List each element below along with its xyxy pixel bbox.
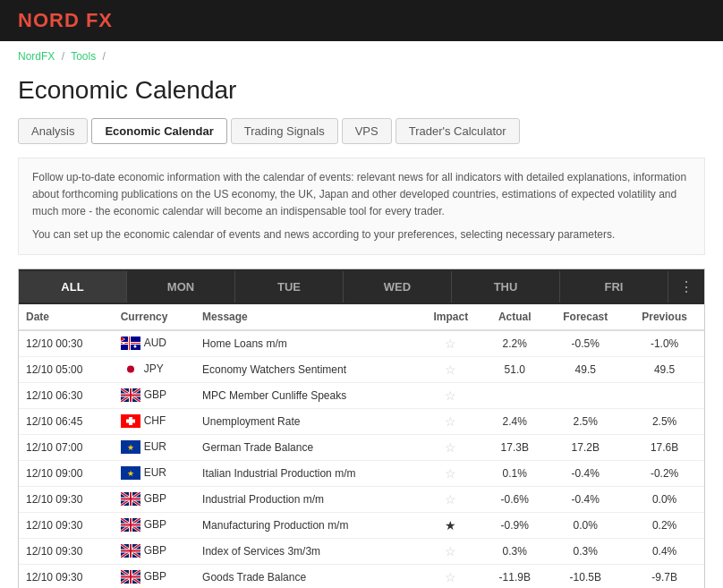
nav-tabs: Analysis Economic Calendar Trading Signa… <box>0 118 723 158</box>
cell-message: Home Loans m/m <box>195 330 418 357</box>
svg-rect-44 <box>130 518 132 532</box>
cell-message: Goods Trade Balance <box>195 564 418 588</box>
cell-previous: 2.5% <box>625 408 704 434</box>
cell-currency: GBP <box>114 538 195 564</box>
breadcrumb-tools[interactable]: Tools <box>71 50 96 63</box>
col-header-date: Date <box>19 304 114 330</box>
table-row: 12/10 06:45 CHF Unemployment Rate ☆ 2.4%… <box>19 408 704 434</box>
day-tab-all[interactable]: ALL <box>19 271 127 303</box>
day-tab-thu[interactable]: THU <box>452 271 560 303</box>
impact-star: ☆ <box>445 388 456 403</box>
table-row: 12/10 05:00 JPY Economy Watchers Sentime… <box>19 356 704 382</box>
cell-forecast: 2.5% <box>546 408 625 434</box>
impact-star: ★ <box>445 518 456 533</box>
cell-previous <box>625 382 704 408</box>
cell-date: 12/10 00:30 <box>19 330 114 357</box>
col-header-impact: Impact <box>418 304 483 330</box>
calendar-table-wrap[interactable]: Date Currency Message Impact Actual Fore… <box>19 304 704 588</box>
col-header-actual: Actual <box>483 304 546 330</box>
col-header-forecast: Forecast <box>546 304 625 330</box>
svg-point-10 <box>127 366 134 373</box>
impact-star: ☆ <box>445 544 456 558</box>
cell-currency: ★ EUR <box>114 460 195 486</box>
cell-previous: 0.4% <box>625 538 704 564</box>
cell-currency: GBP <box>114 486 195 512</box>
tab-analysis[interactable]: Analysis <box>18 118 88 144</box>
cell-impact: ☆ <box>418 434 483 460</box>
day-tab-mon[interactable]: MON <box>127 271 235 303</box>
description-line2: You can set up the economic calendar of … <box>32 226 691 243</box>
cell-impact: ☆ <box>418 460 483 486</box>
cell-previous: 0.2% <box>625 512 704 538</box>
cell-previous: 17.6B <box>625 434 704 460</box>
cell-forecast: -0.4% <box>546 460 625 486</box>
description-block: Follow up-to-date economic information w… <box>18 158 705 255</box>
table-row: 12/10 09:30 GBP Index of Services 3m/3m … <box>19 538 704 564</box>
logo[interactable]: NORD FX <box>18 9 113 32</box>
breadcrumb-nordfx[interactable]: NordFX <box>18 50 55 63</box>
impact-star: ☆ <box>445 466 456 481</box>
site-header: NORD FX <box>0 0 723 41</box>
cell-message: Industrial Production m/m <box>195 486 418 512</box>
cell-previous: -0.2% <box>625 460 704 486</box>
breadcrumb: NordFX / Tools / <box>0 41 723 72</box>
table-row: 12/10 09:00 ★ EUR Italian Industrial Pro… <box>19 460 704 486</box>
cell-forecast: 0.0% <box>546 512 625 538</box>
svg-rect-35 <box>130 492 132 506</box>
calendar-table: Date Currency Message Impact Actual Fore… <box>19 304 704 588</box>
day-tab-more[interactable]: ⋮ <box>668 269 704 304</box>
cell-impact: ★ <box>418 512 483 538</box>
day-tabs-bar: ALL MON TUE WED THU FRI ⋮ <box>19 269 704 304</box>
impact-star: ☆ <box>445 362 456 377</box>
cell-message: Economy Watchers Sentiment <box>195 356 418 382</box>
cell-actual: 51.0 <box>483 356 546 382</box>
cell-forecast: 17.2B <box>546 434 625 460</box>
day-tab-fri[interactable]: FRI <box>560 271 668 303</box>
svg-rect-22 <box>126 420 135 423</box>
cell-forecast: 49.5 <box>546 356 625 382</box>
cell-date: 12/10 09:30 <box>19 538 114 564</box>
cell-forecast: -10.5B <box>546 564 625 588</box>
cell-actual <box>483 382 546 408</box>
cell-date: 12/10 09:30 <box>19 486 114 512</box>
cell-impact: ☆ <box>418 408 483 434</box>
cell-actual: 2.4% <box>483 408 546 434</box>
impact-star: ☆ <box>445 337 456 351</box>
cell-date: 12/10 09:00 <box>19 460 114 486</box>
cell-actual: -11.9B <box>483 564 546 588</box>
tab-traders-calculator[interactable]: Trader's Calculator <box>396 118 520 144</box>
tab-trading-signals[interactable]: Trading Signals <box>231 118 338 144</box>
cell-actual: 0.3% <box>483 538 546 564</box>
cell-impact: ☆ <box>418 330 483 357</box>
tab-economic-calendar[interactable]: Economic Calendar <box>91 118 226 144</box>
page-title: Economic Calendar <box>0 72 723 118</box>
cell-actual: 0.1% <box>483 460 546 486</box>
table-row: 12/10 09:30 GBP Manufacturing Production… <box>19 512 704 538</box>
cell-date: 12/10 07:00 <box>19 434 114 460</box>
cell-actual: -0.6% <box>483 486 546 512</box>
cell-currency: ★ EUR <box>114 434 195 460</box>
svg-point-7 <box>133 345 136 348</box>
cell-previous: 0.0% <box>625 486 704 512</box>
tab-vps[interactable]: VPS <box>342 118 392 144</box>
impact-star: ☆ <box>445 440 456 455</box>
cell-currency: ★ AUD <box>114 330 195 357</box>
day-tab-wed[interactable]: WED <box>344 271 452 303</box>
cell-impact: ☆ <box>418 486 483 512</box>
cell-impact: ☆ <box>418 538 483 564</box>
svg-rect-62 <box>130 570 132 584</box>
cell-message: Index of Services 3m/3m <box>195 538 418 564</box>
description-line1: Follow up-to-date economic information w… <box>32 169 691 221</box>
breadcrumb-sep2: / <box>103 50 106 63</box>
cell-forecast: -0.4% <box>546 486 625 512</box>
table-row: 12/10 07:00 ★ EUR German Trade Balance ☆… <box>19 434 704 460</box>
cell-impact: ☆ <box>418 564 483 588</box>
logo-text: NORD <box>18 9 80 31</box>
cell-previous: -9.7B <box>625 564 704 588</box>
day-tab-tue[interactable]: TUE <box>235 271 344 303</box>
cell-date: 12/10 09:30 <box>19 564 114 588</box>
col-header-message: Message <box>195 304 418 330</box>
impact-star: ☆ <box>445 492 456 507</box>
logo-accent: FX <box>86 9 113 31</box>
cell-currency: GBP <box>114 512 195 538</box>
